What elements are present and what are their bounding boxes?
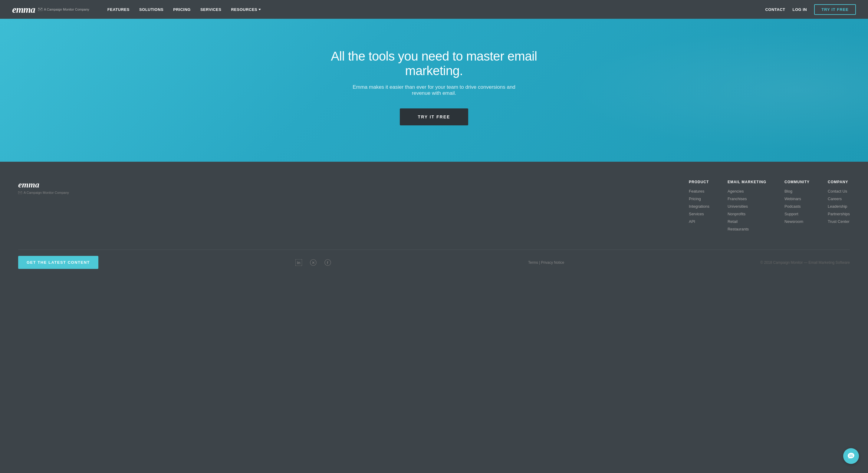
hero-section: All the tools you need to master email m… [0, 19, 868, 162]
footer-tagline: A Campaign Monitor Company [18, 191, 103, 195]
footer-link-pricing[interactable]: Pricing [689, 197, 709, 201]
footer-link-nonprofits[interactable]: Nonprofits [727, 212, 766, 216]
nav-right: CONTACT LOG IN TRY IT FREE [765, 4, 856, 15]
social-icons: in ✕ f [294, 258, 332, 267]
twitter-icon[interactable]: ✕ [309, 258, 317, 267]
footer-nav-columns: PRODUCT Features Pricing Integrations Se… [115, 180, 850, 234]
nav-links: FEATURES SOLUTIONS PRICING SERVICES RESO… [107, 7, 766, 12]
footer: emma A Campaign Monitor Company PRODUCT … [0, 162, 868, 281]
hero-heading: All the tools you need to master email m… [328, 49, 540, 78]
footer-copyright: © 2018 Campaign Monitor — Email Marketin… [760, 260, 850, 265]
svg-text:in: in [297, 260, 301, 265]
nav-services[interactable]: SERVICES [200, 7, 221, 12]
footer-col-community: COMMUNITY Blog Webinars Podcasts Support… [784, 180, 810, 234]
chat-icon [847, 452, 855, 460]
footer-link-universities[interactable]: Universities [727, 204, 766, 209]
facebook-icon[interactable]: f [323, 258, 332, 267]
footer-bottom: GET THE LATEST CONTENT in ✕ f [18, 249, 850, 269]
nav-pricing[interactable]: PRICING [173, 7, 191, 12]
nav-features[interactable]: FEATURES [107, 7, 129, 12]
hero-subheading: Emma makes it easier than ever for your … [343, 84, 525, 96]
navigation: emma A Campaign Monitor Company FEATURES… [0, 0, 868, 19]
footer-link-retail[interactable]: Retail [727, 219, 766, 224]
footer-link-contact-us[interactable]: Contact Us [828, 189, 850, 194]
footer-top: emma A Campaign Monitor Company PRODUCT … [18, 180, 850, 249]
svg-text:✕: ✕ [312, 261, 315, 265]
logo-text: emma [12, 4, 35, 15]
footer-link-integrations[interactable]: Integrations [689, 204, 709, 209]
nav-tagline: A Campaign Monitor Company [38, 7, 89, 11]
get-content-button[interactable]: GET THE LATEST CONTENT [18, 256, 98, 269]
footer-link-blog[interactable]: Blog [784, 189, 810, 194]
nav-login[interactable]: LOG IN [792, 7, 807, 12]
footer-link-restaurants[interactable]: Restaurants [727, 227, 766, 231]
footer-col-product-heading: PRODUCT [689, 180, 709, 184]
footer-link-leadership[interactable]: Leadership [828, 204, 850, 209]
footer-col-email-heading: EMAIL MARKETING [727, 180, 766, 184]
footer-logo-area: emma A Campaign Monitor Company [18, 180, 103, 234]
nav-resources[interactable]: RESOURCES [231, 7, 261, 12]
chat-bubble[interactable] [843, 448, 859, 464]
privacy-link[interactable]: Privacy Notice [541, 260, 564, 265]
footer-link-features[interactable]: Features [689, 189, 709, 194]
footer-link-agencies[interactable]: Agencies [727, 189, 766, 194]
footer-link-trust-center[interactable]: Trust Center [828, 219, 850, 224]
footer-col-company-heading: COMPANY [828, 180, 850, 184]
chevron-down-icon [258, 9, 261, 10]
nav-try-button[interactable]: TRY IT FREE [814, 4, 856, 15]
envelope-icon [38, 8, 42, 11]
footer-link-services[interactable]: Services [689, 212, 709, 216]
footer-link-podcasts[interactable]: Podcasts [784, 204, 810, 209]
nav-solutions[interactable]: SOLUTIONS [139, 7, 163, 12]
hero-try-button[interactable]: TRY IT FREE [400, 109, 468, 125]
nav-contact[interactable]: CONTACT [765, 7, 785, 12]
footer-link-api[interactable]: API [689, 219, 709, 224]
footer-col-company: COMPANY Contact Us Careers Leadership Pa… [828, 180, 850, 234]
footer-logo-text: emma [18, 180, 103, 189]
terms-link[interactable]: Terms [528, 260, 538, 265]
footer-col-email-marketing: EMAIL MARKETING Agencies Franchises Univ… [727, 180, 766, 234]
footer-link-franchises[interactable]: Franchises [727, 197, 766, 201]
footer-col-community-heading: COMMUNITY [784, 180, 810, 184]
svg-text:f: f [327, 260, 329, 265]
footer-link-careers[interactable]: Careers [828, 197, 850, 201]
footer-link-support[interactable]: Support [784, 212, 810, 216]
footer-col-product: PRODUCT Features Pricing Integrations Se… [689, 180, 709, 234]
footer-envelope-icon [18, 191, 22, 194]
footer-link-partnerships[interactable]: Partnerships [828, 212, 850, 216]
nav-logo[interactable]: emma A Campaign Monitor Company [12, 4, 89, 15]
footer-legal: Terms | Privacy Notice [528, 260, 564, 265]
footer-link-newsroom[interactable]: Newsroom [784, 219, 810, 224]
linkedin-icon[interactable]: in [294, 258, 303, 267]
legal-separator: | [539, 260, 540, 265]
footer-link-webinars[interactable]: Webinars [784, 197, 810, 201]
